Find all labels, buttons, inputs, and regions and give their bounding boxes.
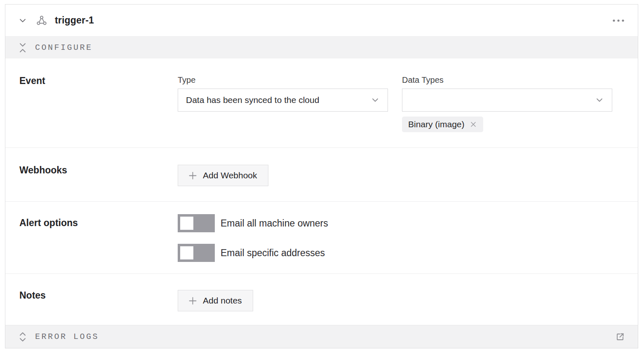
notes-row-label: Notes	[19, 290, 178, 325]
chip-remove-button[interactable]	[470, 121, 477, 128]
type-field-label: Type	[178, 75, 388, 85]
event-type-select[interactable]: Data has been synced to the cloud	[178, 89, 388, 112]
data-types-field-label: Data Types	[402, 75, 612, 85]
event-type-field: Type Data has been synced to the cloud	[178, 75, 388, 147]
plus-icon	[189, 172, 197, 180]
toggle-knob	[180, 217, 193, 230]
chevron-down-icon	[595, 96, 604, 105]
card-header: trigger-1	[5, 5, 638, 37]
ellipsis-icon	[612, 19, 625, 22]
external-link-icon	[615, 332, 625, 342]
data-types-field: Data Types Binary (image)	[402, 75, 612, 147]
collapse-vertical-icon[interactable]	[19, 42, 27, 53]
notes-row: Notes Add notes	[5, 274, 638, 325]
event-row: Event Type Data has been synced to the c…	[5, 58, 638, 148]
add-webhook-button-label: Add Webhook	[203, 170, 257, 180]
data-type-chip-label: Binary (image)	[408, 119, 465, 129]
close-icon	[470, 121, 477, 128]
configure-section-label: CONFIGURE	[35, 43, 93, 52]
expand-vertical-icon[interactable]	[19, 332, 27, 342]
configure-section-header[interactable]: CONFIGURE	[5, 37, 638, 58]
chevron-down-icon[interactable]	[18, 16, 27, 25]
data-types-select[interactable]	[402, 89, 612, 112]
email-specific-addresses-option: Email specific addresses	[178, 244, 328, 262]
error-logs-section-label: ERROR LOGS	[35, 332, 99, 341]
open-error-logs-button[interactable]	[614, 331, 626, 343]
card-title: trigger-1	[55, 15, 94, 26]
data-type-chip: Binary (image)	[402, 117, 483, 132]
alert-options-row: Alert options Email all machine owners E…	[5, 202, 638, 274]
email-all-owners-toggle[interactable]	[178, 214, 215, 232]
error-logs-section-header[interactable]: ERROR LOGS	[5, 325, 638, 348]
trigger-webhook-icon	[36, 15, 47, 26]
email-specific-addresses-toggle[interactable]	[178, 244, 215, 262]
add-notes-button[interactable]: Add notes	[178, 290, 253, 311]
alert-options-row-label: Alert options	[19, 214, 178, 273]
plus-icon	[189, 297, 197, 305]
email-all-owners-label: Email all machine owners	[221, 218, 328, 229]
webhooks-row: Webhooks Add Webhook	[5, 148, 638, 202]
event-row-label: Event	[19, 75, 178, 147]
add-webhook-button[interactable]: Add Webhook	[178, 165, 268, 186]
email-specific-addresses-label: Email specific addresses	[221, 248, 325, 259]
email-all-owners-option: Email all machine owners	[178, 214, 328, 232]
more-options-button[interactable]	[611, 14, 625, 27]
event-type-selected-value: Data has been synced to the cloud	[186, 95, 319, 105]
webhooks-row-label: Webhooks	[19, 165, 178, 201]
add-notes-button-label: Add notes	[203, 296, 242, 306]
toggle-knob	[180, 246, 193, 259]
chevron-down-icon	[371, 96, 380, 105]
trigger-card: trigger-1 CONFIGURE Event Type Data has …	[5, 4, 638, 348]
